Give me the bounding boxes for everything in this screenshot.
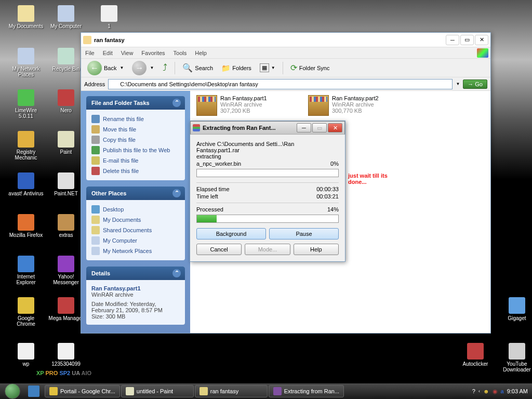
address-input[interactable] xyxy=(108,79,453,89)
place-item[interactable]: Shared Documents xyxy=(91,225,180,235)
desktop-icon[interactable]: Paint.NET xyxy=(48,172,84,196)
place-label: My Documents xyxy=(103,217,141,223)
desktop-icon[interactable]: Gigaget xyxy=(499,297,532,321)
desktop-icon[interactable]: Mega Manager xyxy=(48,297,84,321)
maximize-button[interactable]: ▭ xyxy=(460,35,474,45)
task-icon xyxy=(200,387,208,395)
panel-header[interactable]: File and Folder Tasks⌃ xyxy=(86,96,185,110)
tray-help-icon[interactable]: ? xyxy=(472,388,475,394)
current-file: a_npc_worker.bin xyxy=(196,161,241,167)
place-item[interactable]: My Computer xyxy=(91,235,180,246)
place-item[interactable]: My Documents xyxy=(91,215,180,225)
help-button[interactable]: Help xyxy=(294,244,339,255)
desktop-icon[interactable]: 1 xyxy=(91,5,127,29)
icon-label: 1235304099 xyxy=(48,361,84,367)
search-button[interactable]: 🔍Search xyxy=(179,61,216,74)
foldersync-button[interactable]: ⟳Folder Sync xyxy=(287,61,333,74)
forward-button[interactable]: →▼ xyxy=(129,59,157,77)
winrar-icon xyxy=(193,124,200,131)
menu-file[interactable]: File xyxy=(85,50,95,56)
start-button[interactable] xyxy=(0,383,25,399)
desktop-icon[interactable]: 1235304099 xyxy=(48,343,84,367)
task-item[interactable]: Publish this file to the Web xyxy=(91,145,180,155)
tray-icon[interactable]: ☻ xyxy=(483,388,489,394)
cancel-button[interactable]: Cancel xyxy=(196,244,242,255)
task-item[interactable]: E-mail this file xyxy=(91,155,180,166)
pause-button[interactable]: Pause xyxy=(269,228,339,240)
desktop-icon[interactable]: My Computer xyxy=(48,5,84,29)
task-item[interactable]: Delete this file xyxy=(91,166,180,176)
extract-titlebar[interactable]: Extracting from Ran Fant... ─ ▭ ✕ xyxy=(190,121,345,135)
minimize-button[interactable]: ─ xyxy=(446,35,459,45)
app-icon xyxy=(58,48,74,64)
panel-header[interactable]: Details⌃ xyxy=(86,267,185,280)
close-button[interactable]: ✕ xyxy=(475,35,488,45)
icon-label: Paint xyxy=(48,149,84,155)
desktop-icon[interactable]: My Documents xyxy=(8,5,44,29)
close-button[interactable]: ✕ xyxy=(328,123,342,132)
icon-label: wp xyxy=(8,361,44,367)
task-label: ran fantasy xyxy=(210,388,238,394)
desktop-icon[interactable]: Paint xyxy=(48,131,84,155)
desktop-icon[interactable]: Nero xyxy=(48,89,84,113)
icon-label: 1 xyxy=(91,23,127,29)
archive-path: Archive C:\Documents and Setti...\Ran Fa… xyxy=(196,141,339,153)
place-item[interactable]: My Network Places xyxy=(91,246,180,256)
details-type: WinRAR archive xyxy=(91,291,180,298)
file-item[interactable]: Ran Fantasy.part1WinRAR archive307,200 K… xyxy=(194,93,303,118)
app-icon xyxy=(509,297,525,314)
taskbar-task[interactable]: untitled - Paint xyxy=(121,385,194,397)
desktop-icon[interactable]: Internet Explorer xyxy=(8,256,44,285)
file-item[interactable]: Ran Fantasy.part2WinRAR archive300,770 K… xyxy=(306,93,415,118)
desktop-icon[interactable]: My Network Places xyxy=(8,48,44,77)
tray-chevron-icon[interactable]: ‹ xyxy=(478,389,480,394)
go-button[interactable]: → Go xyxy=(463,79,487,89)
menu-help[interactable]: Help xyxy=(195,50,207,56)
taskbar-task[interactable]: Portail - Google Chr... xyxy=(45,385,120,397)
place-icon xyxy=(91,247,100,255)
dialog-title: Extracting from Ran Fant... xyxy=(203,125,296,131)
clock[interactable]: 9:03 AM xyxy=(507,388,528,394)
minimize-button[interactable]: ─ xyxy=(297,123,311,132)
desktop-icon[interactable]: avast! Antivirus xyxy=(8,172,44,196)
task-item[interactable]: Copy this file xyxy=(91,135,180,145)
desktop-icon[interactable]: extras xyxy=(48,214,84,238)
desktop-icon[interactable]: Yahoo! Messenger xyxy=(48,256,84,285)
details-panel: Details⌃ Ran Fantasy.part1 WinRAR archiv… xyxy=(86,267,185,325)
desktop-icon[interactable]: YouTube Downloader xyxy=(499,343,532,373)
desktop-icon[interactable]: Recycle Bin xyxy=(48,48,84,72)
desktop-icon[interactable]: Google Chrome xyxy=(8,297,44,327)
desktop-icon[interactable]: Autoclicker xyxy=(457,343,494,367)
views-button[interactable]: ▦▼ xyxy=(257,62,278,74)
mode-button[interactable]: Mode... xyxy=(245,244,290,255)
app-icon xyxy=(509,343,525,360)
up-button[interactable]: ⤴ xyxy=(159,62,170,74)
folders-button[interactable]: 📁Folders xyxy=(218,62,255,74)
menu-favorites[interactable]: Favorites xyxy=(141,50,165,56)
desktop-icon[interactable]: wp xyxy=(8,343,44,367)
background-button[interactable]: Background xyxy=(196,228,266,240)
maximize-button[interactable]: ▭ xyxy=(312,123,327,132)
icon-label: Registry Mechanic xyxy=(8,149,44,161)
back-button[interactable]: ←Back▼ xyxy=(84,59,127,77)
tray-icon[interactable]: ◉ xyxy=(493,388,498,395)
task-item[interactable]: Move this file xyxy=(91,124,180,135)
taskbar-task[interactable]: Extracting from Ran... xyxy=(269,385,344,397)
taskbar-task[interactable]: ran fantasy xyxy=(195,385,268,397)
panel-header[interactable]: Other Places⌃ xyxy=(86,187,185,200)
ql-icon[interactable] xyxy=(28,385,39,397)
desktop-icon[interactable]: Registry Mechanic xyxy=(8,131,44,161)
desktop-icon[interactable]: Mozilla Firefox xyxy=(8,214,44,238)
task-icon xyxy=(91,125,100,134)
task-item[interactable]: Rename this file xyxy=(91,114,180,124)
task-label: untitled - Paint xyxy=(137,388,173,394)
menu-tools[interactable]: Tools xyxy=(174,50,187,56)
menu-view[interactable]: View xyxy=(121,50,134,56)
explorer-titlebar[interactable]: ran fantasy ─ ▭ ✕ xyxy=(81,33,490,47)
elapsed-label: Elapsed time xyxy=(196,186,230,192)
task-label: Copy this file xyxy=(103,137,136,143)
menu-edit[interactable]: Edit xyxy=(103,50,113,56)
desktop-icon[interactable]: LimeWire 5.0.11 xyxy=(8,89,44,119)
tray-avast-icon[interactable]: a xyxy=(501,388,504,394)
place-item[interactable]: Desktop xyxy=(91,204,180,215)
